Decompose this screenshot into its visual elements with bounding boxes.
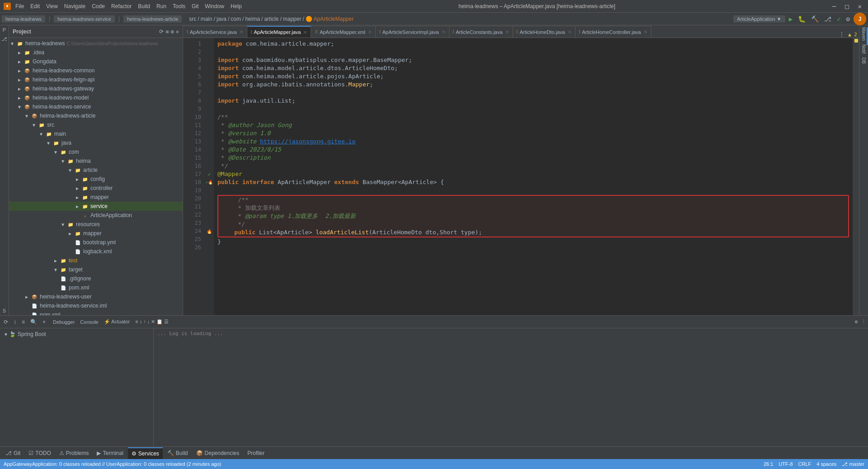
tree-item-service[interactable]: ▶ 📁 service: [9, 202, 183, 211]
tree-item-feign[interactable]: ▶ 📦 heima-leadnews-feign-api: [9, 75, 183, 84]
tree-item-service-module[interactable]: ▼ 📦 heima-leadnews-service: [9, 102, 183, 111]
git-button[interactable]: ⎇: [822, 14, 833, 24]
tree-item-java-folder[interactable]: ▼ 📁 java: [9, 138, 183, 147]
tree-item-model[interactable]: ▶ 📦 heima-leadnews-model: [9, 93, 183, 102]
status-indent[interactable]: 4 spaces: [816, 461, 836, 467]
tree-item-target[interactable]: ▼ 📁 target: [9, 265, 183, 274]
tab-services[interactable]: ⚙ Services: [128, 447, 163, 459]
tree-item-service-iml[interactable]: ▶ 📄 heima-leadnews-service.iml: [9, 301, 183, 310]
debugger-tab[interactable]: Debugger: [53, 319, 75, 325]
commit-icon[interactable]: ⎇: [1, 36, 7, 42]
tab-git[interactable]: ⎇ Git: [2, 447, 24, 459]
tree-item-gitignore-article[interactable]: ▶ 📄 .gitignore: [9, 274, 183, 283]
menu-tools[interactable]: Tools: [170, 2, 188, 10]
tree-item-pom-article[interactable]: ▶ 📄 pom.xml: [9, 283, 183, 292]
services-options-btn[interactable]: ⋮: [861, 319, 866, 325]
tree-item-heima[interactable]: ▼ 📁 heima: [9, 156, 183, 166]
code-content[interactable]: package com.heima.article.mapper; import…: [214, 38, 853, 315]
close-icon[interactable]: ✕: [176, 28, 179, 35]
structure-icon[interactable]: S: [3, 308, 6, 313]
tab-article-home-controller[interactable]: I ArticleHomeController.java ✕: [576, 26, 651, 38]
tab-apar-mapper[interactable]: I ApArticleMapper.java ✕: [247, 26, 311, 38]
services-filter-btn[interactable]: 🔍: [28, 318, 39, 326]
tree-item-article[interactable]: ▼ 📁 article: [9, 166, 183, 175]
tree-item-resources[interactable]: ▼ 📁 resources: [9, 220, 183, 229]
project-tab-1[interactable]: heima-leadnews: [5, 16, 42, 22]
menu-git[interactable]: Git: [189, 2, 201, 10]
services-add-btn[interactable]: +: [41, 318, 47, 326]
menu-bar[interactable]: File Edit View Navigate Code Refactor Bu…: [13, 2, 245, 10]
tree-item-pom-service[interactable]: ▶ 📄 pom.xml: [9, 310, 183, 315]
tree-item-user-module[interactable]: ▶ 📦 heima-leadnews-user: [9, 292, 183, 301]
git-check-button[interactable]: ✓: [835, 14, 842, 24]
database-icon[interactable]: DB: [861, 57, 866, 64]
status-git-branch[interactable]: ⎇ master: [842, 461, 864, 467]
settings-button[interactable]: ⚙: [844, 14, 852, 24]
tree-item-logback-xml[interactable]: ▶ 📄 logback.xml: [9, 247, 183, 256]
tab-todo[interactable]: ☑ TODO: [25, 447, 54, 459]
tab-profiler[interactable]: Profiler: [244, 447, 268, 459]
close-button[interactable]: ✕: [855, 2, 864, 11]
tab-apar-service[interactable]: I ApArticleService.java ✕: [183, 26, 247, 38]
status-position[interactable]: 26:1: [764, 461, 773, 467]
tree-item-controller[interactable]: ▶ 📁 controller: [9, 184, 183, 193]
tab-article-constants[interactable]: I ArticleConstants.java ✕: [449, 26, 513, 38]
notifications-icon[interactable]: Notif: [861, 44, 866, 54]
tree-item-gateway[interactable]: ▶ 📦 heima-leadnews-gateway: [9, 84, 183, 93]
user-avatar[interactable]: J: [854, 13, 866, 25]
menu-refactor[interactable]: Refactor: [108, 2, 134, 10]
tree-item-mapper-res[interactable]: ▶ 📁 mapper: [9, 229, 183, 238]
filter-icon[interactable]: ⚙: [171, 28, 174, 35]
tab-terminal[interactable]: ▶ Terminal: [93, 447, 127, 459]
maven-icon[interactable]: Maven: [861, 27, 866, 41]
tree-item-config[interactable]: ▶ 📁 config: [9, 175, 183, 184]
tab-dependencies[interactable]: 📦 Dependencies: [193, 447, 243, 459]
menu-build[interactable]: Build: [135, 2, 153, 10]
tree-item-mapper[interactable]: ▶ 📁 mapper: [9, 193, 183, 202]
more-tabs-button[interactable]: ⋮: [837, 31, 846, 38]
minimize-button[interactable]: ─: [830, 2, 839, 11]
build-button[interactable]: 🔨: [809, 14, 821, 24]
menu-edit[interactable]: Edit: [28, 2, 42, 10]
tree-item-article-app[interactable]: ▶ ☕ ArticleApplication: [9, 211, 183, 220]
actuator-tab[interactable]: ⚡ Actuator: [104, 319, 130, 325]
project-tab-2[interactable]: heima-leadnews-service: [57, 16, 111, 22]
tree-item-article-module[interactable]: ▼ 📦 heima-leadnews-article: [9, 111, 183, 120]
tree-item-main[interactable]: ▼ 📁 main: [9, 129, 183, 138]
debug-button[interactable]: 🐛: [796, 14, 807, 24]
tab-apar-mapper-xml[interactable]: X ApArticleMapper.xml ✕: [311, 26, 376, 38]
tree-item-root[interactable]: ▼ 📁 heima-leadnews C:\Users\Jason\IdeaPr…: [9, 39, 183, 48]
collapse-icon[interactable]: ≡: [165, 28, 169, 35]
menu-file[interactable]: File: [13, 2, 27, 10]
run-config-selector[interactable]: ArticleApplication ▼: [733, 15, 785, 23]
tab-apar-service-impl[interactable]: I ApArticleServiceImpl.java ✕: [376, 26, 449, 38]
menu-code[interactable]: Code: [89, 2, 108, 10]
status-line-separator[interactable]: CRLF: [798, 461, 811, 467]
menu-view[interactable]: View: [43, 2, 61, 10]
project-icon[interactable]: P: [3, 27, 6, 33]
tree-item-common[interactable]: ▶ 📦 heima-leadnews-common: [9, 66, 183, 75]
tree-item-idea[interactable]: ▶ 📁 .idea: [9, 48, 183, 57]
console-tab[interactable]: Console: [80, 319, 98, 325]
project-tab-3[interactable]: heima-leadnews-article: [127, 16, 178, 22]
tab-article-home-dto[interactable]: I ArticleHomeDto.java ✕: [513, 26, 576, 38]
tab-problems[interactable]: ⚠ Problems: [56, 447, 93, 459]
status-encoding[interactable]: UTF-8: [778, 461, 793, 467]
services-refresh-btn[interactable]: ⟳: [2, 318, 10, 326]
menu-help[interactable]: Help: [228, 2, 245, 10]
spring-boot-item[interactable]: ▼ 🍃 Spring Boot: [0, 330, 153, 338]
sync-icon[interactable]: ⟳: [159, 28, 164, 35]
tab-build[interactable]: 🔨 Build: [164, 447, 192, 459]
tree-item-bootstrap-yml[interactable]: ▶ 📄 bootstrap.yml: [9, 238, 183, 247]
menu-navigate[interactable]: Navigate: [61, 2, 88, 10]
run-button[interactable]: ▶: [787, 14, 794, 24]
services-expand-btn[interactable]: ↕: [12, 318, 18, 326]
maximize-button[interactable]: □: [842, 2, 851, 11]
tree-item-src[interactable]: ▼ 📁 src: [9, 120, 183, 129]
menu-run[interactable]: Run: [154, 2, 169, 10]
services-settings-btn[interactable]: ⚙: [854, 319, 858, 325]
services-collapse-btn[interactable]: ≡: [20, 318, 27, 326]
tree-item-test[interactable]: ▶ 📁 test: [9, 256, 183, 265]
tree-item-com[interactable]: ▼ 📁 com: [9, 147, 183, 156]
menu-window[interactable]: Window: [202, 2, 227, 10]
